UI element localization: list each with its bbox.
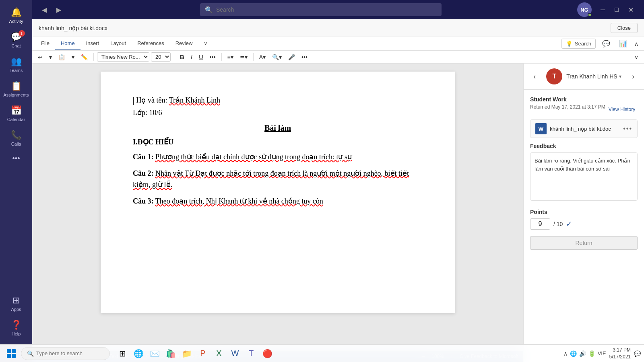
lightbulb-icon: 💡 [566,41,572,47]
taskbar-mail[interactable]: ✉️ [147,346,162,361]
taskbar-word[interactable]: W [227,346,243,361]
word-file-icon: W [535,123,547,134]
panel-prev-button[interactable]: ‹ [530,71,539,82]
ribbon-tab-references[interactable]: References [132,37,169,50]
start-button[interactable] [3,346,19,361]
view-history-link[interactable]: View History [609,107,635,112]
bold-button[interactable]: B [178,52,187,62]
panel-nav: ‹ T Tran Khanh Linh HS ▾ › [524,64,644,90]
more-tools-button[interactable]: ••• [299,53,310,62]
sidebar-item-assignments[interactable]: 📋 Assignments [0,77,32,101]
ribbon-more-icon: ∨ [204,40,208,46]
sidebar-item-label: Activity [9,19,23,24]
format-painter-button[interactable]: ✏️ [78,53,90,62]
notification-icon[interactable]: 💬 [634,350,641,357]
name-value: Trần Khánh Linh [169,96,220,104]
sidebar-item-calendar[interactable]: 📅 Calendar [0,101,32,126]
taskbar-explorer[interactable]: 📁 [179,346,194,361]
ribbon-tab-file[interactable]: File [35,37,55,50]
more-format-button[interactable]: ••• [207,53,218,62]
section1-heading: I.ĐỌC HIỂU [133,138,423,146]
sidebar-item-label: Help [12,331,21,336]
ribbon-collapse-button[interactable]: ∧ [632,39,641,48]
student-info: T Tran Khanh Linh HS ▾ [546,68,621,84]
taskbar-excel[interactable]: X [211,346,227,361]
taskbar-apps: ⊞ 🌐 ✉️ 🛍️ 📁 P X W T 🔴 [115,346,275,361]
ribbon-tab-home[interactable]: Home [55,37,80,50]
q1-paragraph: Câu 1: Phương thức biểu đạt chính được s… [133,151,423,163]
clipboard-dropdown[interactable]: ▾ [69,53,77,62]
sidebar-item-more[interactable]: ••• [0,150,32,167]
forward-button[interactable]: ▶ [53,4,64,15]
comment-button[interactable]: 💬 [599,38,613,49]
search-doc-button[interactable]: 🔍▾ [270,53,284,62]
return-button[interactable]: Return [530,236,638,250]
network-icon[interactable]: 🌐 [570,350,577,357]
underline-button[interactable]: U [196,52,206,62]
class-line: Lớp: 10/6 [133,108,423,117]
undo-dropdown[interactable]: ▾ [47,53,54,62]
taskbar-chrome[interactable]: 🔴 [260,346,275,361]
font-selector[interactable]: Times New Ro... [97,52,149,62]
feedback-textarea[interactable]: Bài làm rõ ràng. Viết giàu cảm xúc. Phần… [530,152,638,201]
maximize-button[interactable]: □ [611,4,623,15]
taskbar-time[interactable]: 3:17 PM 5/17/2021 [609,347,631,360]
battery-icon[interactable]: 🔋 [588,350,595,357]
panel-body: Student Work Returned May 17, 2021 at 3:… [524,90,644,362]
minimize-button[interactable]: ─ [597,4,609,15]
close-window-button[interactable]: ✕ [624,4,638,15]
ribbon-tab-review[interactable]: Review [170,37,198,50]
feedback-label: Feedback [530,143,638,149]
sidebar-item-chat[interactable]: 💬 1 Chat [0,28,32,52]
language-indicator: VIE [598,350,606,356]
class-value: 10/6 [149,109,162,117]
italic-button[interactable]: I [188,52,195,62]
nav-arrows: ◀ ▶ [39,4,64,15]
sidebar-item-calls[interactable]: 📞 Calls [0,126,32,150]
q2-paragraph: Câu 2: Nhân vật Từ Đạt được nhắc tới tro… [133,168,423,191]
align-button[interactable]: ≣▾ [237,53,250,62]
calendar-icon: 📅 [11,105,22,116]
taskbar-store[interactable]: 🛍️ [163,346,178,361]
main-area: ◀ ▶ 🔍 NG ─ □ ✕ khánh linh_ nộp bài kt.do… [32,0,644,362]
list-button[interactable]: ≡▾ [225,53,236,62]
ribbon-tab-more[interactable]: ∨ [198,37,213,50]
file-options-button[interactable]: ••• [623,125,632,132]
sidebar-item-activity[interactable]: 🔔 Activity [0,3,32,28]
font-size-selector[interactable]: 20 [151,52,171,62]
apps-icon: ⊞ [12,295,20,306]
changes-button[interactable]: 📊 [616,38,630,49]
document-close-button[interactable]: Close [611,23,638,33]
name-dropdown-arrow[interactable]: ▾ [619,74,621,79]
sidebar-item-label: Chat [11,43,21,48]
mic-button[interactable]: 🎤 [286,53,297,62]
sidebar-item-help[interactable]: ❓ Help [0,316,32,340]
chat-badge: 1 [19,30,25,37]
taskbar-teams[interactable]: T [244,346,259,361]
undo-button[interactable]: ↩ [35,53,45,62]
taskbar-search[interactable]: 🔍 [21,347,110,360]
points-row: / 10 ✓ [530,218,638,230]
avatar[interactable]: NG [577,2,592,17]
ribbon-tab-insert[interactable]: Insert [80,37,105,50]
clipboard-button[interactable]: 📋 [56,53,68,62]
highlight-button[interactable]: A▾ [257,53,268,62]
points-input[interactable] [530,218,550,230]
ribbon-tab-layout[interactable]: Layout [105,37,132,50]
top-bar: ◀ ▶ 🔍 NG ─ □ ✕ [32,0,644,19]
sidebar-item-teams[interactable]: 👥 Teams [0,52,32,77]
taskbar-powerpoint[interactable]: P [195,346,211,361]
search-input[interactable] [216,6,437,13]
taskbar-edge[interactable]: 🌐 [131,346,146,361]
sidebar-item-apps[interactable]: ⊞ Apps [0,291,32,316]
chevron-up-icon[interactable]: ∧ [564,350,568,357]
file-item: W khánh linh_ nộp bài kt.doc ••• [530,119,638,138]
taskbar-task-view[interactable]: ⊞ [115,346,130,361]
panel-next-button[interactable]: › [629,71,638,82]
toolbar-collapse[interactable]: ∨ [632,53,641,62]
document-scroll-area[interactable]: Họ và tên: Trần Khánh Linh Lớp: 10/6 Bài… [32,64,523,351]
taskbar-search-input[interactable] [36,350,104,356]
volume-icon[interactable]: 🔊 [579,350,586,357]
back-button[interactable]: ◀ [39,4,50,15]
ribbon-search[interactable]: 💡 Search [561,39,596,49]
